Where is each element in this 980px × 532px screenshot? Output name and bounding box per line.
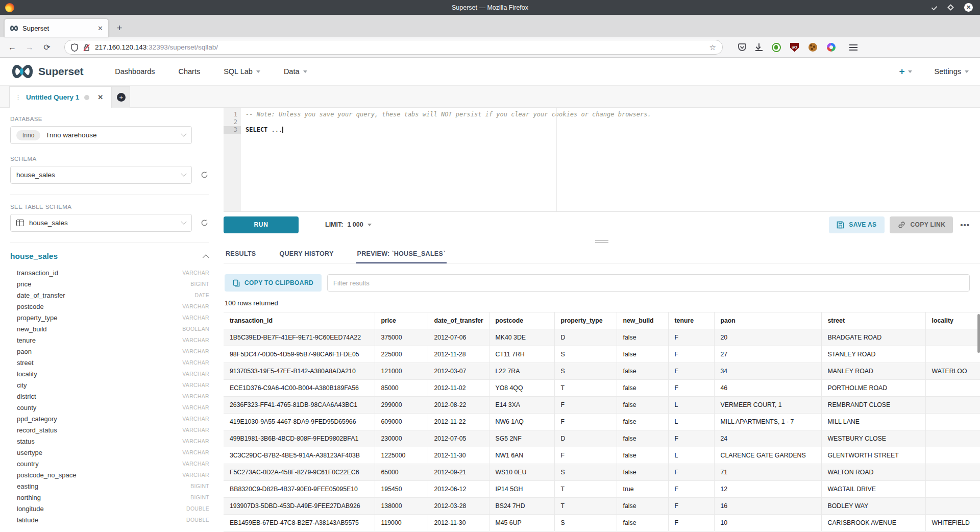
- link-icon: [897, 221, 906, 229]
- schema-column-row[interactable]: eastingBIGINT: [10, 480, 209, 492]
- table-cell: F: [668, 498, 714, 515]
- schema-column-row[interactable]: new_buildBOOLEAN: [10, 323, 209, 334]
- bookmark-star-icon[interactable]: ☆: [709, 43, 716, 52]
- divider: [10, 242, 209, 243]
- schema-column-row[interactable]: cityVARCHAR: [10, 379, 209, 391]
- table-cell: T: [554, 498, 617, 515]
- window-minimize-button[interactable]: [932, 5, 937, 10]
- results-tab-1[interactable]: QUERY HISTORY: [279, 246, 335, 263]
- nav-item-charts[interactable]: Charts: [178, 67, 200, 76]
- schema-column-row[interactable]: date_of_transferDATE: [10, 289, 209, 301]
- limit-dropdown[interactable]: LIMIT: 1 000: [325, 221, 372, 228]
- column-header[interactable]: transaction_id: [224, 312, 375, 329]
- menu-hamburger-icon[interactable]: [849, 44, 857, 51]
- column-name: country: [17, 460, 39, 468]
- copy-link-button[interactable]: COPY LINK: [890, 216, 953, 233]
- schema-column-row[interactable]: postcode_no_spaceVARCHAR: [10, 469, 209, 480]
- schema-column-row[interactable]: postcodeVARCHAR: [10, 301, 209, 312]
- database-select[interactable]: trino Trino warehouse: [10, 126, 192, 144]
- sql-toolbar: RUN LIMIT: 1 000 SAVE AS: [224, 212, 980, 237]
- column-type: BIGINT: [190, 494, 209, 500]
- containers-extension-icon[interactable]: [826, 42, 836, 52]
- query-tab-active[interactable]: ⋮ Untitled Query 1 ✕: [9, 86, 112, 108]
- schema-column-row[interactable]: record_statusVARCHAR: [10, 424, 209, 436]
- insecure-lock-icon[interactable]: [83, 43, 90, 52]
- nav-item-sql-lab[interactable]: SQL Lab: [224, 67, 260, 76]
- window-close-button[interactable]: ✕: [964, 3, 973, 12]
- reload-button[interactable]: ⟳: [40, 40, 54, 55]
- table-row: 2636F323-FF41-4765-81DB-98CAA6A43BC12990…: [224, 397, 980, 414]
- table-select[interactable]: house_sales: [10, 214, 192, 232]
- new-tab-button[interactable]: +: [112, 20, 127, 36]
- schema-select[interactable]: house_sales: [10, 166, 192, 184]
- settings-menu-button[interactable]: Settings: [935, 67, 969, 76]
- column-header[interactable]: locality: [925, 312, 980, 329]
- schema-column-row[interactable]: usertypeVARCHAR: [10, 447, 209, 458]
- save-as-button[interactable]: SAVE AS: [829, 216, 884, 233]
- table-schema-heading[interactable]: house_sales: [10, 252, 58, 261]
- column-header[interactable]: postcode: [489, 312, 554, 329]
- pocket-icon[interactable]: [737, 42, 747, 52]
- column-header[interactable]: tenure: [668, 312, 714, 329]
- cookie-extension-icon[interactable]: [808, 42, 818, 52]
- more-options-button[interactable]: •••: [960, 221, 970, 229]
- downloads-icon[interactable]: [755, 43, 763, 51]
- add-query-tab-button[interactable]: +: [112, 86, 130, 108]
- column-header[interactable]: new_build: [617, 312, 668, 329]
- browser-tab-close-icon[interactable]: ✕: [97, 25, 103, 32]
- table-cell: false: [617, 329, 668, 346]
- schema-column-row[interactable]: property_typeVARCHAR: [10, 312, 209, 323]
- drag-grip-icon[interactable]: ⋮: [15, 93, 21, 101]
- schema-column-row[interactable]: transaction_idVARCHAR: [10, 267, 209, 278]
- column-header[interactable]: paon: [714, 312, 821, 329]
- column-header[interactable]: price: [375, 312, 428, 329]
- new-menu-button[interactable]: +: [899, 66, 912, 77]
- table-cell: 375000: [375, 329, 428, 346]
- column-header[interactable]: property_type: [554, 312, 617, 329]
- schema-column-row[interactable]: longitudeDOUBLE: [10, 503, 209, 514]
- run-button[interactable]: RUN: [224, 216, 299, 233]
- vertical-scrollbar-thumb[interactable]: [977, 314, 980, 353]
- window-maximize-button[interactable]: [947, 4, 954, 11]
- nav-item-data[interactable]: Data: [284, 67, 307, 76]
- forward-button[interactable]: →: [22, 40, 37, 55]
- filter-results-input[interactable]: [327, 274, 970, 292]
- refresh-table-icon[interactable]: [201, 219, 208, 227]
- column-type: BOOLEAN: [182, 326, 209, 332]
- url-bar[interactable]: 217.160.120.143:32393/superset/sqllab/ ☆: [64, 40, 723, 55]
- superset-brand[interactable]: Superset: [11, 64, 83, 79]
- schema-column-row[interactable]: districtVARCHAR: [10, 391, 209, 402]
- back-button[interactable]: ←: [5, 40, 19, 55]
- table-cell: 3C3C29DC-B7B2-4BE5-914A-A38123AF403B: [224, 447, 375, 464]
- sql-editor[interactable]: 123 -- Note: Unless you save your query,…: [224, 108, 980, 212]
- copy-to-clipboard-button[interactable]: COPY TO CLIPBOARD: [225, 274, 322, 292]
- nav-item-dashboards[interactable]: Dashboards: [115, 67, 155, 76]
- schema-column-row[interactable]: latitudeDOUBLE: [10, 514, 209, 525]
- query-tab-close-icon[interactable]: ✕: [97, 93, 103, 101]
- schema-column-row[interactable]: priceBIGINT: [10, 278, 209, 289]
- schema-column-row[interactable]: streetVARCHAR: [10, 357, 209, 368]
- schema-column-row[interactable]: countryVARCHAR: [10, 458, 209, 469]
- table-cell: 2012-06-12: [428, 481, 489, 498]
- refresh-schema-icon[interactable]: [201, 171, 208, 179]
- copy-link-label: COPY LINK: [911, 221, 946, 228]
- schema-column-row[interactable]: ppd_categoryVARCHAR: [10, 413, 209, 424]
- schema-column-row[interactable]: statusVARCHAR: [10, 436, 209, 447]
- tracking-shield-icon[interactable]: [71, 43, 78, 52]
- schema-column-row[interactable]: paonVARCHAR: [10, 346, 209, 357]
- column-header[interactable]: street: [821, 312, 925, 329]
- schema-column-row[interactable]: localityVARCHAR: [10, 368, 209, 379]
- results-tab-0[interactable]: RESULTS: [225, 246, 257, 263]
- privacy-badger-icon[interactable]: [771, 42, 781, 52]
- ublock-origin-icon[interactable]: uO: [790, 42, 799, 52]
- column-header[interactable]: date_of_transfer: [428, 312, 489, 329]
- browser-tab-superset[interactable]: Superset ✕: [4, 18, 109, 37]
- schema-column-row[interactable]: countyVARCHAR: [10, 402, 209, 413]
- schema-column-row[interactable]: tenureVARCHAR: [10, 334, 209, 346]
- schema-column-row[interactable]: northingBIGINT: [10, 492, 209, 503]
- chevron-up-icon[interactable]: [203, 254, 209, 261]
- results-tab-2[interactable]: PREVIEW: `HOUSE_SALES`: [356, 246, 447, 263]
- column-type: VARCHAR: [182, 382, 209, 388]
- pane-resize-handle[interactable]: [224, 237, 980, 246]
- table-cell: WESTBURY CLOSE: [821, 430, 925, 447]
